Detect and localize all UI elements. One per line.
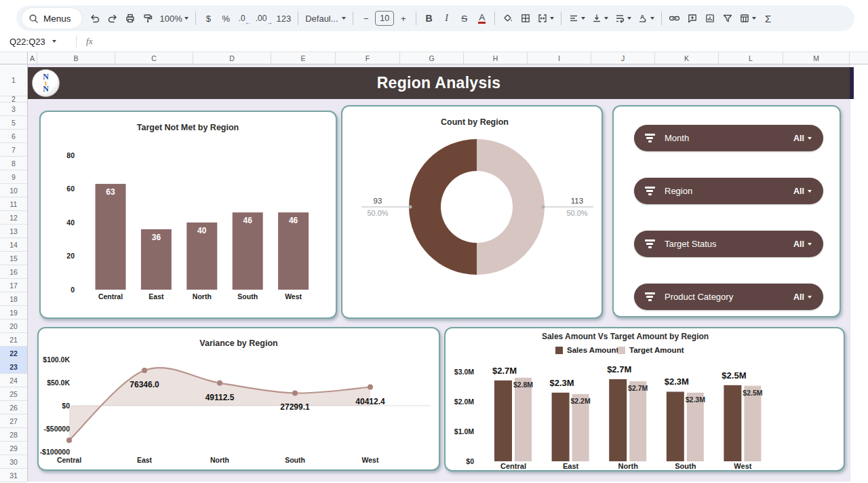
filter-views-button[interactable] (736, 9, 759, 28)
chart-card-target-not-met[interactable]: Target Not Met by Region02040608063Centr… (39, 111, 337, 319)
name-box[interactable]: Q22:Q23 (9, 37, 72, 47)
bold-button[interactable]: B (420, 9, 437, 28)
row-header-10[interactable]: 10 (0, 184, 27, 197)
row-header-2[interactable]: 2 (0, 96, 27, 102)
row-header-17[interactable]: 17 (0, 279, 27, 292)
vertical-align-button[interactable] (589, 9, 611, 28)
menus-search-button[interactable]: Menus (22, 8, 82, 28)
column-header-partial[interactable] (850, 52, 868, 64)
row-header-7[interactable]: 7 (0, 143, 27, 157)
column-header-I[interactable]: I (528, 52, 591, 64)
horizontal-align-button[interactable] (566, 9, 588, 28)
row-header-21[interactable]: 21 (0, 333, 27, 347)
chart-card-sales-vs-target[interactable]: Sales Amount Vs Target Amount by RegionS… (444, 327, 845, 471)
column-header-C[interactable]: C (115, 52, 193, 64)
row-header-25[interactable]: 25 (0, 387, 27, 401)
grouped-bar-chart-svg: Sales Amount Vs Target Amount by RegionS… (446, 328, 844, 470)
sheet-canvas[interactable]: N t N Region Analysis Target Not Met by … (28, 64, 868, 482)
row-header-29[interactable]: 29 (0, 442, 27, 455)
row-header-6[interactable]: 6 (0, 130, 27, 143)
decrease-font-size-button[interactable]: − (357, 9, 374, 28)
column-header-A[interactable]: A (28, 52, 37, 64)
row-header-12[interactable]: 12 (0, 211, 27, 225)
font-select[interactable]: Defaul... (302, 9, 349, 28)
select-all-corner[interactable] (0, 52, 28, 64)
slicer-target-status[interactable]: Target StatusAll (634, 231, 823, 257)
chart-card-variance[interactable]: Variance by Region$100.0K$50.0K$0-$50000… (37, 327, 440, 471)
insert-comment-button[interactable] (684, 9, 701, 28)
format-currency-button[interactable]: $ (200, 9, 217, 28)
column-header-L[interactable]: L (719, 52, 783, 64)
slicer-value-dropdown[interactable]: All (793, 134, 812, 143)
slicer-value-dropdown[interactable]: All (793, 292, 812, 302)
row-header-26[interactable]: 26 (0, 401, 27, 414)
column-header-F[interactable]: F (336, 52, 400, 64)
slicer-value-dropdown[interactable]: All (793, 239, 812, 249)
column-header-E[interactable]: E (271, 52, 336, 64)
svg-text:$50.0K: $50.0K (47, 379, 70, 387)
insert-link-button[interactable] (666, 9, 683, 28)
text-rotation-button[interactable]: A (635, 9, 657, 28)
row-header-11[interactable]: 11 (0, 197, 27, 211)
row-header-9[interactable]: 9 (0, 170, 27, 184)
increase-font-size-button[interactable]: + (395, 9, 412, 28)
slicer-label: Product Category (665, 292, 784, 302)
italic-button[interactable]: I (438, 9, 455, 28)
redo-button[interactable] (104, 9, 121, 28)
create-filter-button[interactable] (719, 9, 736, 28)
row-header-15[interactable]: 15 (0, 252, 27, 265)
column-header-B[interactable]: B (37, 52, 115, 64)
row-header-8[interactable]: 8 (0, 157, 27, 170)
row-header-19[interactable]: 19 (0, 306, 27, 320)
slicer-product-category[interactable]: Product CategoryAll (634, 284, 823, 310)
row-header-24[interactable]: 24 (0, 374, 27, 387)
functions-button[interactable]: Σ (760, 9, 776, 28)
format-percent-button[interactable]: % (218, 9, 235, 28)
row-header-22[interactable]: 22 (0, 347, 27, 360)
row-header-27[interactable]: 27 (0, 414, 27, 428)
row-header-18[interactable]: 18 (0, 292, 27, 306)
column-header-H[interactable]: H (464, 52, 528, 64)
svg-text:36: 36 (152, 233, 161, 242)
text-color-button[interactable]: A (473, 9, 490, 28)
row-headers: 1235678910111213141516171819202122232425… (0, 64, 28, 482)
slicer-value-dropdown[interactable]: All (793, 187, 812, 196)
row-header-20[interactable]: 20 (0, 320, 27, 333)
column-header-M[interactable]: M (783, 52, 850, 64)
row-header-30[interactable]: 30 (0, 455, 27, 469)
insert-chart-button[interactable] (701, 9, 718, 28)
decrease-decimal-button[interactable]: .0← (235, 9, 252, 28)
column-header-J[interactable]: J (591, 52, 655, 64)
slicer-region[interactable]: RegionAll (634, 178, 823, 204)
row-header-31[interactable]: 31 (0, 469, 27, 482)
row-header-14[interactable]: 14 (0, 238, 27, 252)
gridline (850, 64, 850, 482)
chart-card-count-by-region[interactable]: Count by Region9350.0%11350.0% (341, 105, 603, 319)
filter-views-icon (739, 13, 750, 24)
print-button[interactable] (122, 9, 139, 28)
row-header-1[interactable]: 1 (0, 64, 27, 96)
strikethrough-button[interactable]: S (456, 9, 473, 28)
fill-color-button[interactable] (499, 9, 516, 28)
row-header-13[interactable]: 13 (0, 225, 27, 238)
row-header-3[interactable]: 3 (0, 102, 27, 116)
column-header-D[interactable]: D (193, 52, 271, 64)
slicer-month[interactable]: MonthAll (634, 125, 823, 151)
paint-format-button[interactable] (140, 9, 157, 28)
column-header-K[interactable]: K (655, 52, 719, 64)
font-size-input[interactable]: 10 (375, 11, 394, 26)
undo-button[interactable] (87, 9, 104, 28)
row-header-23[interactable]: 23 (0, 360, 27, 374)
column-header-G[interactable]: G (400, 52, 464, 64)
merge-cells-button[interactable] (534, 9, 557, 28)
more-formats-button[interactable]: 123 (273, 9, 294, 28)
borders-button[interactable] (517, 9, 534, 28)
zoom-select[interactable]: 100% (157, 9, 191, 28)
row-header-16[interactable]: 16 (0, 265, 27, 279)
row-header-5[interactable]: 5 (0, 116, 27, 130)
increase-decimal-button[interactable]: .00→ (253, 9, 273, 28)
row-header-28[interactable]: 28 (0, 428, 27, 442)
chevron-down-icon (581, 17, 585, 20)
text-wrap-button[interactable] (612, 9, 634, 28)
zoom-value: 100% (160, 14, 182, 24)
